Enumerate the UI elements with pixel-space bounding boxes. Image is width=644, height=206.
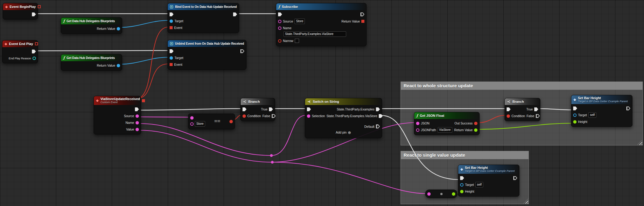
target-field[interactable]: self <box>588 112 596 118</box>
event-delegate-pin[interactable] <box>170 26 173 29</box>
wire-source-to-equals[interactable] <box>140 117 189 117</box>
name-field[interactable]: State.ThirdParty.Examples.ViaStore <box>284 31 346 37</box>
blueprint-canvas[interactable]: React to whole structure update React to… <box>0 0 644 206</box>
target-pin[interactable] <box>573 113 577 117</box>
json-path-pin[interactable] <box>416 128 419 132</box>
source-out-pin[interactable] <box>136 114 139 118</box>
out-success-pin[interactable] <box>474 122 477 125</box>
exec-out-pin[interactable] <box>240 49 244 53</box>
exec-in-pin[interactable] <box>307 107 311 111</box>
case2-exec-pin[interactable] <box>379 114 383 118</box>
wire-exec-endplay-to-unbind[interactable] <box>37 51 168 51</box>
selection-pin[interactable] <box>307 114 310 118</box>
add-pin-button[interactable]: Add pin⊕ <box>305 128 382 136</box>
equals-b-field[interactable]: Store <box>195 121 205 127</box>
event-delegate-pin[interactable] <box>170 63 173 66</box>
target-field[interactable]: self <box>475 182 483 187</box>
wire-delegates2-to-unbind-target[interactable] <box>121 57 168 64</box>
value-out-pin[interactable] <box>136 128 139 131</box>
equals-input-b-pin[interactable] <box>190 122 194 126</box>
reroute-node[interactable] <box>271 161 274 164</box>
node-string-to-float-convert[interactable] <box>425 190 457 198</box>
event-call-icon: ◆ <box>460 168 463 171</box>
exec-out-pin[interactable] <box>360 12 364 16</box>
exec-in-pin[interactable] <box>278 12 282 16</box>
node-header: ƒ Get Data Hub Delegates Blueprints <box>61 18 122 24</box>
condition-pin[interactable] <box>243 114 246 118</box>
exec-out-pin[interactable] <box>135 107 139 111</box>
equals-input-a-pin[interactable] <box>190 116 194 120</box>
default-exec-pin[interactable] <box>376 124 380 128</box>
false-exec-pin[interactable] <box>272 114 276 118</box>
exec-out-pin[interactable] <box>32 12 36 16</box>
node-set-bar-height-1[interactable]: ◆ Set Bar Height Target is BP Data Gette… <box>571 95 632 127</box>
return-value-pin[interactable] <box>361 20 364 23</box>
pin-label: Target <box>465 183 474 187</box>
source-field[interactable]: Store <box>294 19 305 24</box>
condition-pin[interactable] <box>507 114 510 118</box>
node-bind-event[interactable]: Bind Event to On Data Hub Update Receive… <box>167 3 239 33</box>
node-branch-1[interactable]: Branch True ConditionFalse <box>240 98 275 121</box>
convert-in-pin[interactable] <box>427 192 431 196</box>
node-subscribe[interactable]: ƒ Subscribe Source Store Return Value Na… <box>276 3 367 46</box>
wire-customevent-to-unbind-event[interactable] <box>136 64 168 99</box>
exec-in-pin[interactable] <box>460 176 464 180</box>
target-pin[interactable] <box>170 56 173 60</box>
equals-result-pin[interactable] <box>229 120 233 123</box>
exec-in-pin[interactable] <box>573 106 577 110</box>
node-unbind-event[interactable]: Unbind Event from On Data Hub Update Rec… <box>167 40 246 70</box>
exec-out-pin[interactable] <box>233 12 237 16</box>
exec-in-pin[interactable] <box>170 49 174 53</box>
comment-title[interactable]: React to whole structure update <box>401 82 642 90</box>
return-value-pin[interactable] <box>474 128 477 132</box>
name-pin[interactable] <box>278 26 281 30</box>
target-pin[interactable] <box>460 183 463 187</box>
wire-delegates1-to-bind-target[interactable] <box>121 20 168 27</box>
end-play-reason-pin[interactable] <box>33 57 36 60</box>
json-path-field[interactable]: ViaStore <box>438 127 452 133</box>
node-event-endplay[interactable]: ◆ Event End Play End Play Reason <box>2 40 38 63</box>
true-exec-pin[interactable] <box>269 107 273 111</box>
node-title: Set Bar Height <box>578 96 628 100</box>
target-pin[interactable] <box>170 19 173 23</box>
json-pin[interactable] <box>416 122 419 125</box>
reroute-node[interactable] <box>270 154 273 157</box>
node-branch-2[interactable]: Branch True ConditionFalse <box>505 98 540 121</box>
wire-value-to-convert[interactable] <box>140 130 426 194</box>
node-equal-string[interactable]: Store == <box>188 113 235 129</box>
exec-in-pin[interactable] <box>170 12 174 16</box>
convert-out-pin[interactable] <box>452 192 455 196</box>
node-get-data-hub-delegates-1[interactable]: ƒ Get Data Hub Delegates Blueprints Retu… <box>61 17 122 34</box>
narrow-pin[interactable] <box>278 39 281 43</box>
comment-resize-handle[interactable] <box>523 199 528 204</box>
comment-resize-handle[interactable] <box>637 140 642 145</box>
narrow-checkbox[interactable] <box>295 39 299 43</box>
exec-out-pin[interactable] <box>513 176 517 180</box>
exec-in-pin[interactable] <box>243 107 246 111</box>
case1-exec-pin[interactable] <box>376 107 380 111</box>
comment-title[interactable]: React to single value update <box>401 151 529 159</box>
node-event-beginplay[interactable]: ◆ Event BeginPlay <box>3 3 38 19</box>
delegate-pin[interactable] <box>142 99 145 102</box>
node-get-json-float[interactable]: ƒ Get JSON Float JSONOut Success JSONPat… <box>414 112 480 135</box>
source-pin[interactable] <box>278 20 281 23</box>
false-exec-pin[interactable] <box>536 114 540 118</box>
height-pin[interactable] <box>573 120 577 124</box>
wire-exec-customevent-to-branch1[interactable] <box>140 109 240 110</box>
node-subtitle: Target is BP Data Getter Example Parent <box>578 100 628 103</box>
return-value-pin[interactable] <box>117 27 120 30</box>
return-value-pin[interactable] <box>117 64 120 67</box>
node-get-data-hub-delegates-2[interactable]: ƒ Get Data Hub Delegates Blueprints Retu… <box>61 54 122 71</box>
exec-out-pin[interactable] <box>32 50 36 54</box>
true-exec-pin[interactable] <box>534 107 538 111</box>
delegate-pin[interactable] <box>38 5 41 8</box>
wire-customevent-to-bind-event[interactable] <box>136 27 168 99</box>
exec-in-pin[interactable] <box>507 107 511 111</box>
exec-out-pin[interactable] <box>626 106 630 110</box>
height-pin[interactable] <box>460 190 463 193</box>
node-viastore-update-received[interactable]: ◆ ViaStoreUpdateReceived Custom Event So… <box>94 96 141 134</box>
name-out-pin[interactable] <box>136 121 139 124</box>
node-switch-on-string[interactable]: Switch on String State.ThirdParty.Exampl… <box>305 98 382 138</box>
node-set-bar-height-2[interactable]: ◆ Set Bar Height Target is BP Data Gette… <box>458 165 519 197</box>
delegate-pin[interactable] <box>35 42 38 45</box>
